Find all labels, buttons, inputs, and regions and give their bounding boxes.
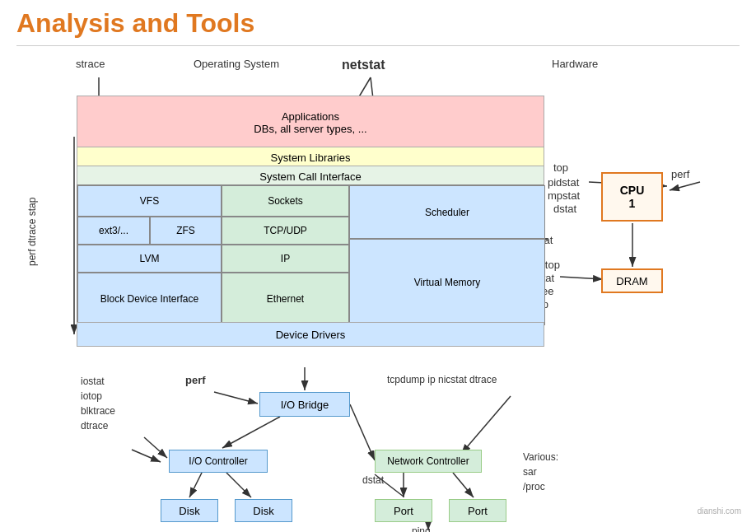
svg-line-17 — [453, 473, 474, 497]
port2-text: Port — [468, 505, 488, 517]
proc-label: /proc — [523, 481, 545, 492]
svg-line-19 — [132, 450, 161, 462]
disk-box-1: Disk — [161, 499, 218, 522]
various-text: Various: — [523, 451, 558, 463]
pidstat-label: pidstat — [548, 176, 579, 189]
io-bridge-text: I/O Bridge — [281, 399, 329, 411]
port1-text: Port — [394, 505, 413, 517]
ext3-cell: ext3/... — [77, 217, 150, 245]
strace-label: strace — [76, 58, 105, 70]
ethernet-cell: Ethernet — [222, 273, 349, 325]
svg-line-9 — [560, 277, 603, 279]
svg-line-18 — [144, 437, 167, 458]
disk2-text: Disk — [253, 505, 273, 517]
syscall-text: System Call Interface — [259, 170, 362, 183]
io-bridge-box: I/O Bridge — [259, 392, 350, 417]
svg-line-13 — [350, 404, 375, 460]
iostat-group: iostat iotop blktrace dtrace — [81, 374, 115, 433]
vfs-cell: VFS — [77, 185, 222, 217]
svg-line-12 — [222, 417, 280, 448]
svg-line-15 — [226, 473, 251, 497]
zfs-cell: ZFS — [150, 217, 222, 245]
net-controller-text: Network Controller — [387, 455, 469, 467]
svg-line-21 — [461, 396, 511, 454]
hardware-label: Hardware — [552, 58, 598, 70]
devdrv-text: Device Drivers — [276, 329, 346, 341]
virtual-memory-cell: Virtual Memory — [349, 239, 545, 325]
diagram-area: strace Operating System netstat Hardware… — [16, 54, 741, 516]
devdrv-layer: Device Drivers — [77, 322, 544, 347]
scheduler-cell: Scheduler — [349, 185, 545, 239]
dtrace-label: dtrace — [81, 420, 108, 432]
kernel-area: VFS ext3/... ZFS LVM Block Device Interf… — [77, 184, 544, 324]
page-title: Analysis and Tools — [16, 8, 740, 39]
svg-line-14 — [189, 473, 202, 497]
disk1-text: Disk — [179, 505, 199, 517]
tcpudp-cell: TCP/UDP — [222, 217, 349, 245]
port-box-2: Port — [449, 499, 506, 522]
apps-line2: DBs, all server types, ... — [254, 123, 366, 135]
ip-cell: IP — [222, 245, 349, 273]
various-label: Various: sar /proc — [523, 450, 558, 494]
cpu-num: 1 — [629, 197, 636, 210]
apps-layer: Applications DBs, all server types, ... — [77, 96, 544, 149]
blktrace-label: blktrace — [81, 405, 115, 417]
perf-right-label: perf — [671, 168, 689, 180]
sockets-cell: Sockets — [222, 185, 349, 217]
port-box-1: Port — [375, 499, 432, 522]
perf-bottom-label: perf — [185, 374, 206, 386]
dstat-right-label: dstat — [553, 203, 576, 215]
io-controller-box: I/O Controller — [169, 450, 268, 473]
svg-line-8 — [670, 182, 700, 190]
apps-line1: Applications — [282, 110, 339, 123]
net-controller-box: Network Controller — [375, 450, 482, 473]
side-perf-dtrace-stap: perf dtrace stap — [26, 133, 38, 330]
title-divider — [16, 45, 740, 46]
lvm-cell: LVM — [77, 245, 222, 273]
cpu-label: CPU — [620, 184, 645, 197]
io-controller-text: I/O Controller — [189, 455, 247, 467]
disk-box-2: Disk — [235, 499, 292, 522]
mpstat-label: mpstat — [548, 189, 580, 202]
watermark: dianshi.com — [698, 506, 741, 516]
dstat-bottom-label: dstat — [362, 474, 384, 486]
iotop-label: iotop — [81, 390, 102, 402]
dram-box: DRAM — [601, 268, 663, 293]
tcpdump-label: tcpdump ip nicstat dtrace — [387, 374, 497, 385]
cpu-box: CPU 1 — [601, 172, 663, 222]
syslib-text: System Libraries — [271, 152, 351, 164]
block-device-cell: Block Device Interface — [77, 273, 222, 325]
dram-label: DRAM — [616, 275, 647, 287]
svg-line-20 — [214, 392, 258, 404]
ping-label: ping — [412, 525, 431, 532]
sar-label: sar — [523, 466, 537, 478]
top-label: top — [553, 161, 568, 174]
netstat-label: netstat — [342, 58, 385, 72]
iostat-label: iostat — [81, 376, 105, 387]
os-label: Operating System — [194, 58, 279, 70]
